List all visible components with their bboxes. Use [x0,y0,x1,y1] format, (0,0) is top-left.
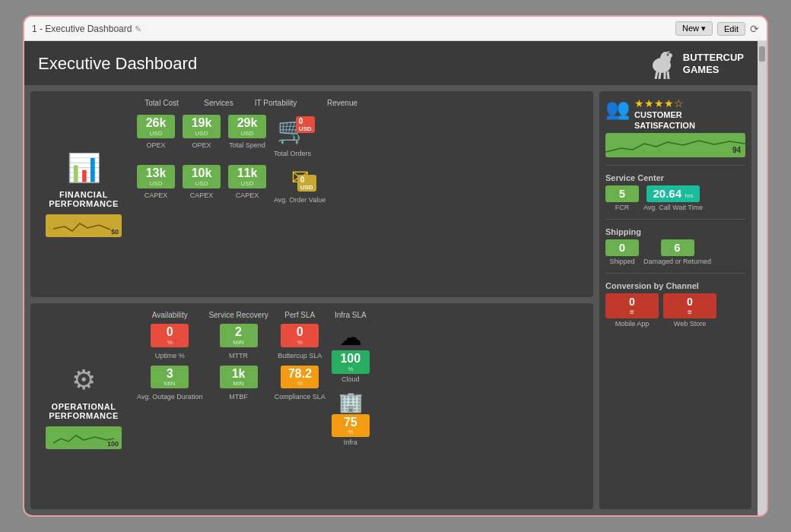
conversion-metrics: 0 ≡ Mobile App 0 ≡ Web Store [605,293,745,328]
satisfaction-title: CUSTOMERSATISFACTION [634,109,695,131]
infra-box: 75 % [332,414,370,438]
operational-sparkline-value: 100 [107,440,119,448]
service-center-section: Service Center 5 FCR 20.64 [605,173,745,211]
svg-marker-4 [667,51,670,52]
buttercup-sla-box: 0 % [281,324,319,347]
svg-line-8 [668,71,669,79]
financial-headers: Total Cost Services IT Portability Reven… [137,99,586,112]
top-bar: 1 - Executive Dashboard ✎ New ▾ Edit ⟳ [24,17,767,41]
mobile-app-box: 0 ≡ [605,293,659,318]
scrollbar-thumb[interactable] [759,46,765,62]
satisfaction-header: 👥 ★★★★☆ CUSTOMERSATISFACTION [605,97,745,131]
mobile-app-metric: 0 ≡ Mobile App [605,293,659,328]
satisfaction-section: 👥 ★★★★☆ CUSTOMERSATISFACTION 94 [605,97,745,157]
perf-sla-col: Perf SLA 0 % Buttercup SLA 78.2 % [275,311,326,502]
cloud-icon: ☁ [339,324,362,350]
window-title: 1 - Executive Dashboard ✎ [32,24,141,34]
services-header: Services [194,99,243,107]
service-recovery-header: Service Recovery [208,311,268,319]
services-opex-box: 19k USD [183,115,221,138]
svg-line-5 [656,71,657,79]
main-content: Executive Dashboard [24,41,767,515]
damaged-box: 6 [661,239,694,256]
brand-name: BUTTERCUP GAMES [683,52,744,75]
operational-label: OPERATIONAL PERFORMANCE [49,402,119,420]
fcr-box: 5 [605,185,639,202]
revenue-section: 🛒 0 USD Total Orders [274,115,311,157]
revenue-header: Revenue [308,99,376,107]
divider-2 [605,219,745,220]
wait-time-box: 20.64 hrs [646,185,699,202]
financial-data: Total Cost Services IT Portability Reven… [137,99,586,290]
availability-header: Availability [152,311,188,319]
perf-sla-header: Perf SLA [284,311,315,319]
it-total-spend-box: 29k USD [228,115,266,138]
right-panel: 👥 ★★★★☆ CUSTOMERSATISFACTION 94 [599,91,751,509]
operational-sparkline: 100 [46,426,122,449]
conversion-title: Conversion by Channel [605,281,745,290]
web-store-metric: 0 ≡ Web Store [663,293,716,328]
scrollbar[interactable] [758,41,767,515]
mtbf-box: 1k min [220,366,258,389]
total-cost-opex-col: 26k USD OPEX [137,115,175,149]
financial-panel: 📊 FINANCIAL PERFORMANCE $0 [30,91,593,297]
financial-sparkline-value: $0 [111,228,119,236]
total-orders-badge: 0 USD [296,116,315,133]
infra-sla-header: Infra SLA [335,311,367,319]
infra-sla-col: Infra SLA ☁ 100 % Cloud [332,311,370,502]
web-store-box: 0 ≡ [663,293,716,318]
building-icon: 🏢 [338,391,363,414]
left-panels: 📊 FINANCIAL PERFORMANCE $0 [30,91,593,509]
new-button[interactable]: New ▾ [675,21,713,36]
total-cost-capex-box: 13k USD [137,165,175,188]
shipped-metric: 0 Shipped [605,239,639,265]
divider-3 [605,273,745,274]
uptime-box: 0 % [151,324,189,347]
it-capex-box: 11k USD [228,165,266,188]
app-window: 1 - Executive Dashboard ✎ New ▾ Edit ⟳ E… [23,15,768,517]
fcr-metric: 5 FCR [605,185,639,211]
infra-section: ☁ 100 % Cloud 🏢 [332,324,370,446]
service-recovery-col: Service Recovery 2 min MTTR 1k min [208,311,268,502]
edit-button[interactable]: Edit [717,22,745,36]
it-capex-col: 11k USD CAPEX [228,165,266,199]
shipping-metrics: 0 Shipped 6 Damaged or Returned [605,239,745,265]
service-center-metrics: 5 FCR 20.64 hrs Avg. Call Wait Time [605,185,745,211]
total-cost-header: Total Cost [137,99,186,107]
financial-icon-section: 📊 FINANCIAL PERFORMANCE $0 [38,99,129,290]
top-bar-actions: New ▾ Edit ⟳ [675,21,759,36]
avg-order-col: ✉ 0 USD Avg. Order Value [274,165,326,204]
dashboard-body: 📊 FINANCIAL PERFORMANCE $0 [24,85,758,515]
shipping-section: Shipping 0 Shipped 6 [605,227,745,265]
satisfaction-value: 94 [732,146,741,154]
compliance-sla-box: 78.2 % [281,366,319,389]
conversion-section: Conversion by Channel 0 ≡ Mobile App [605,281,745,328]
operational-icon-section: ⚙ OPERATIONAL PERFORMANCE 100 [38,311,129,502]
financial-bottom-metrics: 13k USD CAPEX 10k USD [137,165,586,204]
satisfaction-chart: 94 [605,133,745,157]
financial-top-metrics: 26k USD OPEX 19k USD [137,115,586,157]
svg-line-6 [659,72,660,79]
financial-icon: 📊 [67,152,101,184]
financial-label: FINANCIAL PERFORMANCE [49,190,119,208]
services-capex-col: 10k USD CAPEX [183,165,221,199]
it-portability-header: IT Portability [251,99,300,107]
dashboard-header: Executive Dashboard [24,41,758,85]
wait-time-metric: 20.64 hrs Avg. Call Wait Time [643,185,703,211]
refresh-icon[interactable]: ⟳ [750,23,759,35]
satisfaction-icon: 👥 [605,97,630,121]
services-opex-col: 19k USD OPEX [183,115,221,149]
availability-col: Availability 0 % Uptime % 3 min [137,311,202,502]
brand-horse-icon [646,49,677,79]
brand-logo: BUTTERCUP GAMES [646,49,744,79]
operational-icon: ⚙ [71,364,96,396]
shipping-title: Shipping [605,227,745,236]
operational-panel: ⚙ OPERATIONAL PERFORMANCE 100 [30,303,593,509]
svg-point-3 [666,54,669,56]
mttr-box: 2 min [220,324,258,347]
total-cost-capex-col: 13k USD CAPEX [137,165,175,199]
outage-box: 3 min [151,366,189,389]
dashboard-area: Executive Dashboard [24,41,758,515]
dashboard-title: Executive Dashboard [38,54,197,74]
total-cost-opex-box: 26k USD [137,115,175,138]
